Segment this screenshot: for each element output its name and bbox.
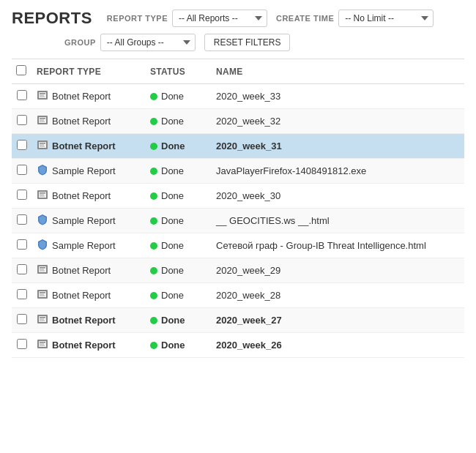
row-status-cell: Done <box>146 109 212 134</box>
row-name-cell[interactable]: 2020_week_31 <box>212 134 464 159</box>
row-status-label: Done <box>161 240 184 251</box>
row-type-cell: Botnet Report <box>32 184 146 209</box>
row-name-cell[interactable]: 2020_week_32 <box>212 109 464 134</box>
row-name-cell[interactable]: 2020_week_28 <box>212 283 464 308</box>
row-checkbox[interactable] <box>17 190 27 200</box>
create-time-filter: CREATE TIME -- No Limit -- <box>276 10 434 27</box>
report-type-select[interactable]: -- All Reports -- <box>172 10 267 27</box>
row-checkbox-cell <box>12 134 32 159</box>
row-type-cell: Botnet Report <box>32 308 146 333</box>
row-checkbox[interactable] <box>17 239 27 250</box>
row-status-cell: Done <box>146 209 212 233</box>
svg-rect-34 <box>40 321 45 321</box>
row-checkbox[interactable] <box>17 90 27 100</box>
table-row: Sample ReportDoneСетевой граф - Group-IB… <box>12 233 464 258</box>
status-dot-icon <box>150 317 157 324</box>
table-row: Sample ReportDone__ GEOCITIES.ws __.html <box>12 209 464 233</box>
reports-table-container: REPORT TYPE STATUS NAME Botnet ReportDon… <box>0 59 476 358</box>
header-name: NAME <box>212 59 464 84</box>
create-time-select[interactable]: -- No Limit -- <box>338 10 434 27</box>
botnet-report-icon <box>37 263 48 277</box>
create-time-label: CREATE TIME <box>276 14 334 23</box>
row-name-cell[interactable]: 2020_week_33 <box>212 84 464 109</box>
row-status-label: Done <box>161 315 185 326</box>
svg-rect-9 <box>40 121 45 122</box>
row-status-cell: Done <box>146 184 212 209</box>
sample-report-icon <box>37 214 48 228</box>
botnet-report-icon <box>37 338 48 352</box>
status-dot-icon <box>150 267 157 274</box>
svg-rect-12 <box>40 143 45 144</box>
row-checkbox[interactable] <box>17 140 27 150</box>
svg-rect-8 <box>40 120 44 121</box>
svg-rect-19 <box>40 196 45 197</box>
row-name-cell[interactable]: 2020_week_29 <box>212 258 464 283</box>
row-checkbox-cell <box>12 308 32 333</box>
row-name-cell[interactable]: 2020_week_26 <box>212 333 464 358</box>
row-name-cell[interactable]: Сетевой граф - Group-IB Threat Intellige… <box>212 233 464 258</box>
row-status-cell: Done <box>146 333 212 358</box>
row-checkbox[interactable] <box>17 165 27 175</box>
status-dot-icon <box>150 342 157 349</box>
row-checkbox[interactable] <box>17 339 27 349</box>
row-checkbox[interactable] <box>17 264 27 274</box>
svg-rect-24 <box>40 271 45 272</box>
row-status-label: Done <box>161 116 184 127</box>
sample-report-icon <box>37 239 48 252</box>
row-checkbox[interactable] <box>17 314 27 324</box>
row-name-cell[interactable]: JavaPlayerFirefox-1408491812.exe <box>212 159 464 184</box>
row-checkbox[interactable] <box>17 115 27 125</box>
svg-rect-22 <box>40 267 45 269</box>
svg-rect-33 <box>40 319 44 320</box>
row-name-cell[interactable]: 2020_week_30 <box>212 184 464 209</box>
row-type-label: Botnet Report <box>52 315 116 326</box>
row-checkbox[interactable] <box>17 289 27 299</box>
table-header-row: REPORT TYPE STATUS NAME <box>12 59 464 84</box>
row-type-label: Sample Report <box>52 240 116 251</box>
row-type-label: Botnet Report <box>52 91 111 102</box>
status-dot-icon <box>150 118 157 125</box>
svg-rect-38 <box>40 344 44 345</box>
row-type-cell: Botnet Report <box>32 258 146 283</box>
table-row: Botnet ReportDone2020_week_30 <box>12 184 464 209</box>
botnet-report-icon <box>37 114 48 128</box>
status-dot-icon <box>150 143 157 150</box>
svg-rect-17 <box>40 192 45 194</box>
row-type-cell: Botnet Report <box>32 109 146 134</box>
status-dot-icon <box>150 168 157 175</box>
reports-table: REPORT TYPE STATUS NAME Botnet ReportDon… <box>12 59 464 358</box>
row-name-cell[interactable]: 2020_week_27 <box>212 308 464 333</box>
row-status-cell: Done <box>146 308 212 333</box>
row-status-label: Done <box>161 265 184 276</box>
row-status-label: Done <box>161 340 185 351</box>
reset-filters-button[interactable]: RESET FILTERS <box>204 34 291 51</box>
table-body: Botnet ReportDone2020_week_33 Botnet Rep… <box>12 84 464 358</box>
row-checkbox-cell <box>12 184 32 209</box>
row-status-label: Done <box>161 141 185 151</box>
row-type-label: Botnet Report <box>52 190 111 201</box>
table-row: Botnet ReportDone2020_week_33 <box>12 84 464 109</box>
row-status-cell: Done <box>146 84 212 109</box>
svg-rect-39 <box>40 345 45 346</box>
row-type-cell: Botnet Report <box>32 84 146 109</box>
page-header: REPORTS REPORT TYPE -- All Reports -- CR… <box>0 0 476 34</box>
svg-rect-14 <box>40 146 45 147</box>
botnet-report-icon <box>37 139 48 153</box>
botnet-report-icon <box>37 288 48 302</box>
page-title: REPORTS <box>12 9 92 28</box>
row-name-cell[interactable]: __ GEOCITIES.ws __.html <box>212 209 464 233</box>
status-dot-icon <box>150 217 157 225</box>
botnet-report-icon <box>37 189 48 203</box>
group-select[interactable]: -- All Groups -- <box>100 34 196 51</box>
row-type-label: Botnet Report <box>52 265 111 276</box>
table-row: Botnet ReportDone2020_week_27 <box>12 308 464 333</box>
svg-rect-4 <box>40 97 45 97</box>
row-type-cell: Botnet Report <box>32 134 146 159</box>
row-type-label: Botnet Report <box>52 290 111 301</box>
select-all-checkbox[interactable] <box>16 65 26 75</box>
status-dot-icon <box>150 93 157 100</box>
svg-rect-13 <box>40 145 44 146</box>
row-checkbox[interactable] <box>17 214 27 225</box>
row-type-cell: Sample Report <box>32 209 146 233</box>
table-row: Botnet ReportDone2020_week_26 <box>12 333 464 358</box>
